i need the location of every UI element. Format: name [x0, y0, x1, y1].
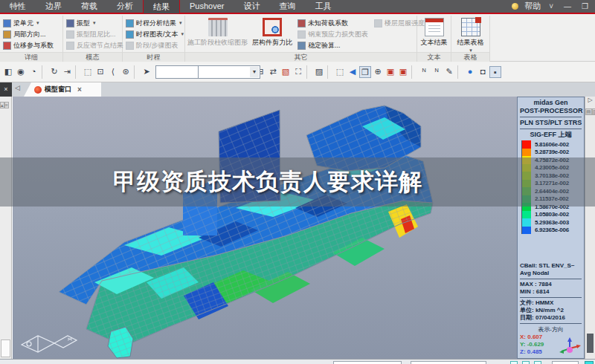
- select-window-icon[interactable]: ⬚: [82, 66, 94, 78]
- separator[interactable]: [306, 65, 311, 79]
- ribbon-item-icon: [374, 19, 382, 27]
- element-number-icon[interactable]: ᴺ: [431, 66, 443, 78]
- status-toggle[interactable]: [522, 361, 530, 364]
- menu-tab[interactable]: 特性: [0, 0, 36, 13]
- status-toggle[interactable]: [510, 361, 518, 364]
- ribbon-item[interactable]: 振型阻尼比...: [66, 29, 119, 39]
- separator[interactable]: [42, 65, 46, 79]
- select-recent-icon[interactable]: ◉: [15, 66, 27, 78]
- menu-tab[interactable]: 荷载: [71, 0, 107, 13]
- ribbon-item[interactable]: 稳定验算...: [298, 40, 368, 51]
- tab-close-icon[interactable]: ×: [77, 85, 82, 94]
- ribbon-group-table: 结果表格 ▾ 表格: [451, 16, 490, 62]
- separator[interactable]: [327, 65, 332, 79]
- status-field[interactable]: [552, 361, 579, 364]
- right-toolbar-strip[interactable]: ▷ ▤▥▦▧▨▩▤▥▦▧▨▩: [585, 97, 595, 359]
- ribbon-item[interactable]: 位移参与系数: [3, 40, 60, 51]
- label-option-icon[interactable]: ✎: [443, 66, 455, 78]
- menu-tab[interactable]: 结果: [143, 0, 180, 13]
- ribbon-item[interactable]: 梁单元 ▾: [3, 18, 60, 28]
- text-result-button[interactable]: 文本结果: [417, 16, 451, 48]
- ribbon-item[interactable]: 阶段/步骤图表: [126, 40, 181, 51]
- legend-file: 文件: HMMX: [520, 299, 582, 307]
- works-tree-icon[interactable]: ▤: [585, 108, 592, 115]
- perspective-icon[interactable]: ⛶: [292, 66, 304, 78]
- restore-button[interactable]: ❐: [579, 2, 591, 10]
- help-button[interactable]: 帮助: [524, 1, 541, 12]
- legend-component: SIG-EFF 上端: [520, 131, 582, 139]
- ribbon-item[interactable]: 反应谱节点结果: [66, 40, 119, 51]
- separator[interactable]: [134, 65, 138, 79]
- chevron-down-icon[interactable]: ˅: [547, 2, 556, 10]
- hidden-surface-icon[interactable]: ⬚: [334, 66, 346, 78]
- menu-tab[interactable]: 边界: [36, 0, 71, 13]
- shrink-icon[interactable]: ▨: [313, 66, 325, 78]
- ribbon-item[interactable]: 振型 ▾: [66, 18, 119, 28]
- pointer-icon[interactable]: ➤: [141, 66, 152, 78]
- toolbar: ◧ ◉ ◔ ↻ ⇥ ⬚ ⊡ ⟨ ⊛: [0, 62, 595, 82]
- ucs-combo[interactable]: [198, 65, 260, 79]
- overlay-headline: 甲级资质技术负责人要求详解: [0, 157, 536, 207]
- display-option-icon[interactable]: ⊕: [372, 66, 384, 78]
- dynamic-rotate-icon[interactable]: ▧: [280, 66, 292, 78]
- construction-stage-column-button[interactable]: 施工阶段柱收缩图形: [185, 16, 250, 51]
- status-field[interactable]: [411, 361, 486, 364]
- expand-right-icon[interactable]: ▷: [585, 97, 595, 103]
- status-color-swatch[interactable]: [585, 361, 594, 364]
- snap-icon[interactable]: ▪: [489, 66, 501, 78]
- active-window-icon[interactable]: ▣: [397, 66, 409, 78]
- legend-direction-title: 表示-方向: [520, 325, 582, 334]
- ribbon-item[interactable]: 未知荷载系数: [298, 18, 368, 28]
- separator[interactable]: [75, 65, 80, 79]
- minimize-button[interactable]: —: [562, 2, 573, 10]
- status-field[interactable]: [333, 361, 402, 364]
- ribbon-item[interactable]: 局部方向...: [3, 29, 60, 39]
- result-table-button[interactable]: 结果表格 ▾: [451, 16, 489, 53]
- status-toggle[interactable]: [534, 361, 541, 364]
- legend-max: MAX : 7884: [520, 281, 582, 288]
- tab-scroll-left-icon[interactable]: ◁: [15, 84, 20, 91]
- tab-model-window[interactable]: 模型窗口 ×: [24, 82, 101, 97]
- active-all-icon[interactable]: ▣: [385, 66, 396, 78]
- view-triad-icon: [22, 336, 77, 352]
- pan-icon[interactable]: ⇄: [267, 66, 279, 78]
- separator[interactable]: [411, 65, 416, 79]
- goto-step-icon[interactable]: ⇥: [61, 66, 73, 78]
- model-viewport[interactable]: [12, 97, 517, 359]
- menu-tab[interactable]: 设计: [234, 0, 269, 13]
- lock-icon[interactable]: ◘: [477, 66, 489, 78]
- legend-min: MIN : 6814: [520, 288, 582, 296]
- pin-icon[interactable]: ▴: [0, 102, 4, 108]
- group-tree-icon[interactable]: ▥: [592, 108, 595, 115]
- scrollbar-thumb[interactable]: [587, 334, 594, 353]
- legend-entry: 5.81606e-002: [521, 140, 582, 149]
- ribbon-item[interactable]: 时程图表/文本 ▾: [126, 29, 181, 39]
- render-view-icon[interactable]: ◀: [347, 66, 358, 78]
- legend-date: 日期: 07/04/2016: [520, 314, 582, 322]
- ribbon-item-icon: [3, 30, 11, 39]
- member-shear-ratio-button[interactable]: 层构件剪力比: [250, 16, 295, 51]
- left-collapsed-panel[interactable]: ▴≡: [0, 97, 12, 359]
- rotate-view-icon[interactable]: ◔: [28, 66, 39, 78]
- ribbon-item[interactable]: 钢束预应力损失图表: [298, 29, 368, 39]
- select-polygon-icon[interactable]: ⟨: [107, 66, 119, 78]
- select-previous-icon[interactable]: ◧: [2, 66, 14, 78]
- menu-tab[interactable]: 查询: [269, 0, 305, 13]
- menu-tab[interactable]: 工具: [305, 0, 341, 13]
- display-icon[interactable]: ❐: [359, 66, 371, 78]
- menu-tab[interactable]: 分析: [107, 0, 143, 13]
- ribbon-item[interactable]: 时程分析结果 ▾: [126, 18, 181, 28]
- redo-icon[interactable]: ↻: [48, 66, 60, 78]
- query-icon[interactable]: ●: [464, 66, 476, 78]
- node-number-icon[interactable]: ᴺ: [418, 66, 430, 78]
- legend-mode: PLN STS/PLT STRS: [520, 119, 582, 127]
- left-panel-close-button[interactable]: ×: [0, 82, 12, 97]
- select-circle-icon[interactable]: ⊛: [120, 66, 132, 78]
- separator[interactable]: [457, 65, 462, 79]
- ribbon-item-icon: [126, 19, 134, 27]
- menu-tab[interactable]: Pushover: [180, 0, 234, 13]
- status-bar: [0, 359, 595, 364]
- left-panel-thumb[interactable]: [1, 339, 10, 357]
- select-plane-icon[interactable]: ⊡: [94, 66, 106, 78]
- tree-icon[interactable]: ≡: [4, 102, 9, 108]
